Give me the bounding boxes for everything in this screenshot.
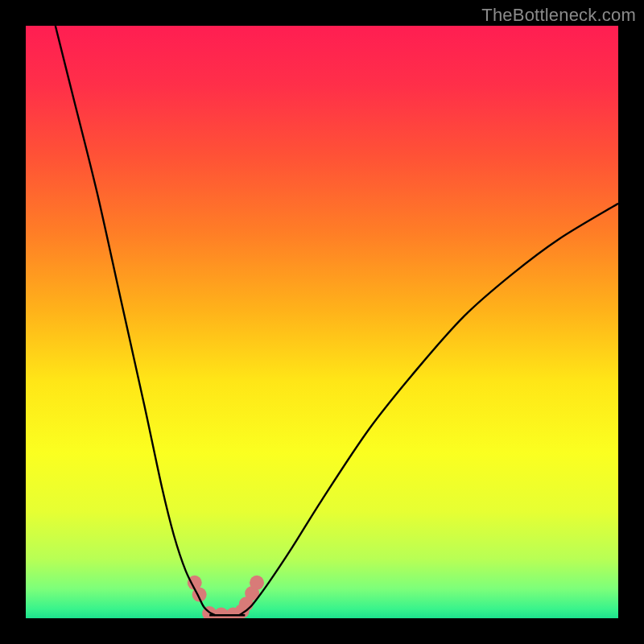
- curve-left: [56, 26, 216, 615]
- curve-right: [239, 204, 618, 616]
- curve-layer: [26, 26, 618, 618]
- plot-area: [26, 26, 618, 618]
- watermark-text: TheBottleneck.com: [481, 5, 636, 26]
- marker-dot: [250, 576, 264, 590]
- chart-frame: TheBottleneck.com: [0, 0, 644, 644]
